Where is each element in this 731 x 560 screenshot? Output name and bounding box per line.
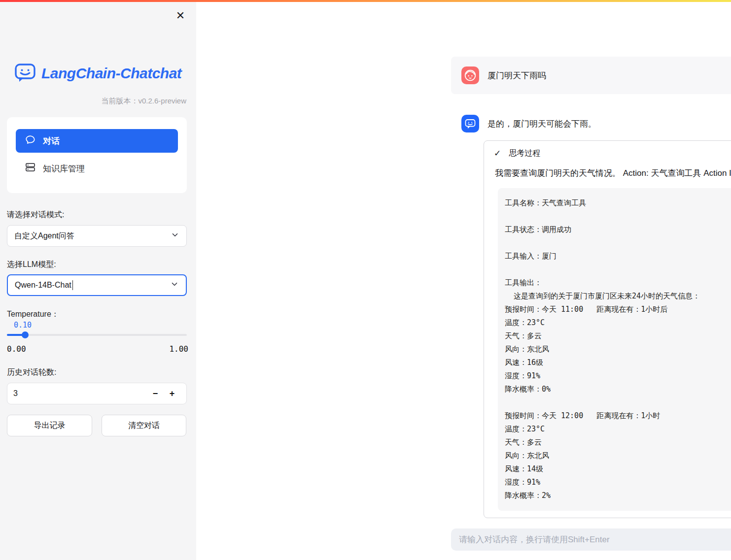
tool-output-line: 风速：14级 — [505, 462, 731, 476]
assistant-message-text: 是的，厦门明天可能会下雨。 — [487, 118, 596, 130]
tool-output-line: 天气：多云 — [505, 329, 731, 343]
close-sidebar-button[interactable]: ✕ — [174, 9, 187, 23]
database-stack-icon — [25, 162, 36, 175]
tool-output-line: 湿度：91% — [505, 476, 731, 489]
tool-output-line: 风向：东北风 — [505, 449, 731, 462]
temperature-slider[interactable] — [7, 334, 187, 336]
export-history-button[interactable]: 导出记录 — [7, 415, 92, 436]
check-icon: ✓ — [494, 148, 501, 159]
nav-item-label: 对话 — [43, 135, 60, 147]
llm-model-value: Qwen-14B-Chat — [15, 281, 71, 290]
tool-output-line: 风速：16级 — [505, 356, 731, 369]
tool-output-line — [505, 236, 731, 250]
tool-output-line: 温度：23°C — [505, 423, 731, 436]
tool-output-line: 预报时间：今天 12:00 距离现在有：1小时 — [505, 409, 731, 423]
history-rounds-label: 历史对话轮数: — [7, 367, 56, 378]
temperature-label: Temperature： — [7, 309, 59, 320]
app-title: LangChain-Chatchat — [41, 65, 181, 82]
tool-output-line — [505, 210, 731, 223]
status-decoration-bar — [0, 0, 731, 2]
text-cursor — [72, 280, 73, 290]
tool-output-line: 温度：23°C — [505, 316, 731, 329]
tool-output-line — [505, 263, 731, 276]
tool-output-line: 预报时间：今天 11:00 距离现在有：1小时后 — [505, 303, 731, 316]
dialog-mode-select[interactable]: 自定义Agent问答 — [7, 225, 187, 247]
slider-max-label: 1.00 — [169, 344, 188, 354]
dialog-mode-value: 自定义Agent问答 — [14, 231, 74, 241]
version-text: 当前版本：v0.2.6-preview — [101, 97, 186, 106]
tool-output-line — [505, 396, 731, 409]
tool-output-line: 天气：多云 — [505, 436, 731, 449]
clear-dialogue-button[interactable]: 清空对话 — [102, 415, 186, 436]
nav-item-knowledge-base[interactable]: 知识库管理 — [16, 157, 178, 180]
tool-output-line: 工具输出： — [505, 276, 731, 290]
thought-process-expander: ✓ 思考过程 我需要查询厦门明天的天气情况。 Action: 天气查询工具 Ac… — [484, 140, 731, 518]
history-rounds-input[interactable]: 3 − + — [7, 383, 187, 404]
history-rounds-value: 3 — [13, 389, 18, 398]
slider-thumb[interactable] — [22, 331, 29, 338]
llm-model-label: 选择LLM模型: — [7, 260, 56, 270]
chat-input-bar: ➤ — [451, 528, 731, 551]
chat-bubble-icon — [25, 134, 36, 148]
nav-menu: 对话 知识库管理 — [7, 117, 187, 193]
tool-output-line: 工具名称：天气查询工具 — [505, 197, 731, 210]
user-message-text: 厦门明天下雨吗 — [487, 70, 546, 81]
nav-item-dialogue[interactable]: 对话 — [16, 129, 178, 153]
tool-output-line: 湿度：91% — [505, 369, 731, 383]
user-message-row: 厦门明天下雨吗 — [451, 57, 731, 94]
assistant-message-row: 是的，厦门明天可能会下雨。 — [451, 115, 731, 132]
chevron-down-icon — [171, 231, 179, 241]
tool-output-line: 工具输入：厦门 — [505, 250, 731, 263]
assistant-avatar — [461, 115, 479, 132]
brand: LangChain-Chatchat — [14, 61, 181, 86]
tool-output-line: 降水概率：0% — [505, 383, 731, 396]
chat-input[interactable] — [459, 535, 731, 545]
main-area: 厦门明天下雨吗 是的，厦门明天可能会下雨。 ✓ 思考过程 我需要查询厦门明天的天… — [196, 0, 731, 560]
dialog-mode-label: 请选择对话模式: — [7, 210, 64, 220]
tool-output-line: 降水概率：2% — [505, 489, 731, 502]
sidebar: ✕ LangChain-Chatchat 当前版本：v0.2.6-preview… — [0, 0, 196, 560]
chevron-down-icon — [170, 280, 179, 291]
chatchat-logo-icon — [14, 61, 36, 86]
temperature-value: 0.10 — [14, 321, 32, 329]
tool-output-line: 工具状态：调用成功 — [505, 223, 731, 236]
slider-min-label: 0.00 — [7, 344, 26, 354]
nav-item-label: 知识库管理 — [43, 163, 85, 174]
tool-output: 工具名称：天气查询工具 工具状态：调用成功 工具输入：厦门 工具输出： 这是查询… — [498, 188, 731, 511]
tool-output-line: 风向：东北风 — [505, 343, 731, 356]
decrement-button[interactable]: − — [147, 385, 164, 402]
expander-header[interactable]: ✓ 思考过程 — [484, 141, 731, 165]
agent-thought-text: 我需要查询厦门明天的天气情况。 Action: 天气查询工具 Action In… — [484, 165, 731, 179]
user-avatar — [461, 66, 479, 84]
llm-model-select[interactable]: Qwen-14B-Chat — [7, 274, 187, 296]
increment-button[interactable]: + — [164, 385, 180, 402]
tool-output-line: 这是查询到的关于厦门市厦门区未来24小时的天气信息： — [505, 290, 731, 303]
expander-title: 思考过程 — [509, 148, 540, 159]
